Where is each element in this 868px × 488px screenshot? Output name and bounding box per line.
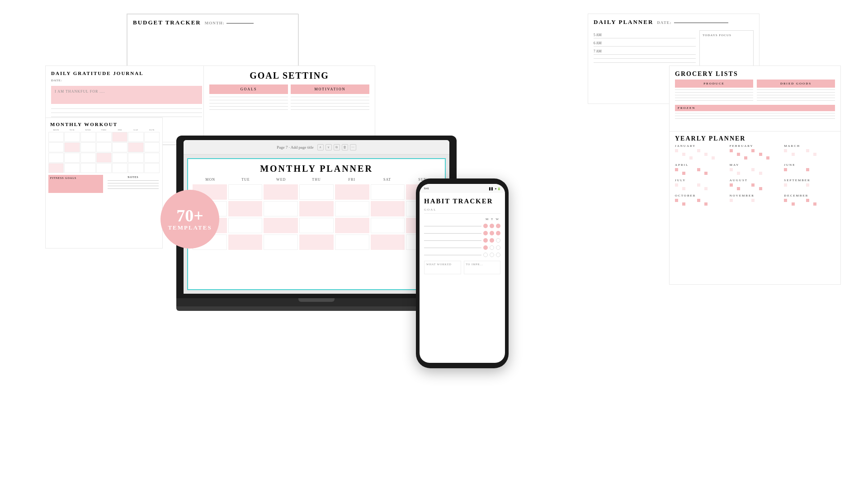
cal-cell — [128, 132, 143, 142]
laptop-notch — [298, 298, 335, 302]
time-row — [594, 55, 696, 59]
day-header: SUN — [144, 129, 160, 131]
notes-title: NOTES — [108, 176, 159, 178]
divider — [675, 89, 753, 90]
date-label: DATE: — [657, 20, 728, 25]
cal-cell — [144, 142, 160, 152]
habit-row — [424, 253, 500, 257]
cal-cell — [64, 163, 80, 173]
day-m: M — [486, 217, 488, 221]
yearly-month: NOVEMBER — [730, 194, 781, 206]
day-label: WED — [264, 178, 299, 182]
divider — [209, 106, 288, 107]
mp-cell — [335, 184, 369, 200]
toolbar-label: Page 7 · Add page title — [277, 145, 313, 150]
time-row — [594, 59, 696, 63]
ht-bottom-section: WHAT WORKED TO IMPR... — [424, 261, 500, 274]
habit-row — [424, 238, 500, 243]
dried-goods-header: DRIED GOODS — [757, 80, 835, 88]
laptop-toolbar: Page 7 · Add page title ∧ ∨ ⧉ 🗑 ⋯ — [184, 140, 449, 155]
budget-title: BUDGET TRACKER — [133, 19, 201, 26]
cal-cell — [64, 132, 80, 142]
divider — [51, 113, 202, 113]
divider — [291, 100, 369, 100]
cal-cell — [96, 132, 112, 142]
cal-cell — [48, 142, 64, 152]
produce-header: PRODUCE — [675, 80, 753, 88]
yearly-title: YEARLY PLANNER — [670, 131, 840, 144]
day-header: MON — [48, 129, 64, 131]
yearly-month: MARCH — [784, 144, 835, 160]
cal-cell — [80, 142, 96, 152]
yearly-month: DECEMBER — [784, 194, 835, 206]
motivation-header: MOTIVATION — [291, 84, 369, 94]
divider — [675, 100, 753, 101]
habit-dot-empty — [496, 238, 500, 243]
divider — [108, 183, 159, 183]
time-row: 7 AM — [594, 47, 696, 55]
cal-cell — [144, 163, 160, 173]
divider — [209, 103, 288, 103]
divider — [108, 188, 159, 189]
yearly-month: APRIL — [675, 163, 726, 175]
cal-cell — [48, 163, 64, 173]
yearly-month: AUGUST — [730, 178, 781, 190]
divider — [675, 118, 835, 119]
cal-cell — [48, 153, 64, 163]
goal-label: GOAL — [424, 208, 500, 214]
fitness-goals-box: FITNESS GOALS — [48, 175, 103, 193]
laptop-foot — [176, 306, 457, 311]
goal-title: GOAL SETTING — [204, 66, 375, 84]
goals-header: GOALS — [209, 84, 288, 94]
cal-cell — [64, 142, 80, 152]
laptop-screen-inner: Page 7 · Add page title ∧ ∨ ⧉ 🗑 ⋯ MONTHL… — [184, 140, 449, 294]
badge-number: 70+ — [176, 207, 203, 224]
habit-dot-empty — [490, 245, 494, 250]
cal-cell — [96, 163, 112, 173]
mp-cell — [228, 218, 263, 233]
workout-title: MONTHLY WORKOUT — [46, 118, 162, 129]
day-header: THU — [96, 129, 112, 131]
divider — [291, 109, 369, 110]
divider — [209, 100, 288, 100]
phone-screen: 9:41 ▋▋ ✦ 🔋 HABIT TRACKER GOAL M T W — [420, 184, 505, 363]
mp-cell — [371, 218, 405, 233]
day-label: MON — [193, 178, 228, 182]
habit-dot — [496, 224, 500, 228]
mp-cell — [228, 184, 263, 200]
phone-status-bar: 9:41 ▋▋ ✦ 🔋 — [420, 184, 505, 193]
day-label: THU — [299, 178, 334, 182]
cal-cell — [80, 132, 96, 142]
laptop-content: MONTHLY PLANNER MON TUE WED THU FRI SAT … — [184, 155, 449, 294]
day-label: FRI — [334, 178, 369, 182]
mp-title: MONTHLY PLANNER — [193, 164, 440, 174]
cal-cell — [112, 153, 127, 163]
phone-content: HABIT TRACKER GOAL M T W — [420, 193, 505, 363]
yearly-month: JUNE — [784, 163, 835, 175]
day-label: TUE — [228, 178, 263, 182]
cal-cell — [64, 153, 80, 163]
divider — [51, 117, 202, 117]
yearly-month: MAY — [730, 163, 781, 175]
frozen-label: FROZEN — [675, 105, 835, 111]
toolbar-icons: ∧ ∨ ⧉ 🗑 ⋯ — [317, 144, 356, 150]
divider — [675, 113, 835, 113]
cal-cell — [96, 142, 112, 152]
phone-outer: 9:41 ▋▋ ✦ 🔋 HABIT TRACKER GOAL M T W — [416, 178, 509, 368]
day-t: T — [491, 217, 493, 221]
ht-days-header: M T W — [424, 217, 500, 221]
workout-sheet: MONTHLY WORKOUT MON TUE WED THU FRI SAT … — [45, 117, 163, 249]
gratitude-title: DAILY GRATITUDE JOURNAL — [46, 66, 208, 78]
daily-planner-title: DAILY PLANNER — [594, 19, 653, 26]
badge-text: TEMPLATES — [168, 224, 212, 232]
cal-cell — [144, 132, 160, 142]
copy-icon: ⧉ — [334, 144, 340, 150]
cal-cell — [112, 132, 127, 142]
time-row: 5 AM — [594, 30, 696, 38]
cal-cell — [144, 153, 160, 163]
cal-cell — [48, 132, 64, 142]
day-w: W — [495, 217, 499, 221]
mp-cell — [335, 201, 369, 216]
habit-dot — [483, 245, 488, 250]
divider — [108, 186, 159, 186]
